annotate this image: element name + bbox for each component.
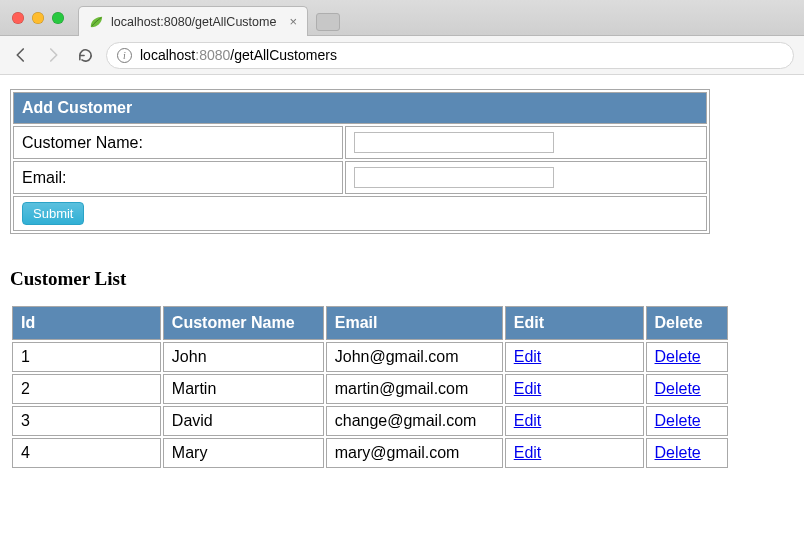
table-row: 2Martinmartin@gmail.comEditDelete [12, 374, 728, 404]
cell-email: change@gmail.com [326, 406, 503, 436]
window-zoom-button[interactable] [52, 12, 64, 24]
url-port: :8080 [195, 47, 230, 63]
url-path: /getAllCustomers [230, 47, 337, 63]
back-button[interactable] [10, 44, 32, 66]
url-text: localhost:8080/getAllCustomers [140, 47, 337, 63]
window-controls [12, 12, 64, 24]
edit-link[interactable]: Edit [514, 348, 542, 365]
toolbar: i localhost:8080/getAllCustomers [0, 36, 804, 74]
col-header-email: Email [326, 306, 503, 340]
form-row: Submit [13, 196, 707, 231]
reload-button[interactable] [74, 44, 96, 66]
col-header-delete: Delete [646, 306, 728, 340]
cell-edit: Edit [505, 406, 644, 436]
col-header-edit: Edit [505, 306, 644, 340]
cell-name: David [163, 406, 324, 436]
table-row: 3Davidchange@gmail.comEditDelete [12, 406, 728, 436]
cell-edit: Edit [505, 438, 644, 468]
cell-name: Martin [163, 374, 324, 404]
cell-email: mary@gmail.com [326, 438, 503, 468]
table-header-row: Id Customer Name Email Edit Delete [12, 306, 728, 340]
delete-link[interactable]: Delete [655, 444, 701, 461]
form-row: Customer Name: [13, 126, 707, 159]
delete-link[interactable]: Delete [655, 348, 701, 365]
col-header-name: Customer Name [163, 306, 324, 340]
customer-list-heading: Customer List [10, 268, 794, 290]
favicon-leaf-icon [89, 15, 103, 29]
cell-id: 4 [12, 438, 161, 468]
new-tab-button[interactable] [316, 13, 340, 31]
form-input-cell [345, 161, 707, 194]
arrow-right-icon [44, 46, 62, 64]
cell-name: Mary [163, 438, 324, 468]
url-host: localhost [140, 47, 195, 63]
email-input[interactable] [354, 167, 554, 188]
add-customer-form: Add Customer Customer Name: Email: Submi… [10, 89, 710, 234]
browser-chrome: localhost:8080/getAllCustome × i localho… [0, 0, 804, 75]
form-input-cell [345, 126, 707, 159]
cell-delete: Delete [646, 374, 728, 404]
window-close-button[interactable] [12, 12, 24, 24]
form-submit-cell: Submit [13, 196, 707, 231]
cell-edit: Edit [505, 342, 644, 372]
edit-link[interactable]: Edit [514, 412, 542, 429]
cell-name: John [163, 342, 324, 372]
tab-title: localhost:8080/getAllCustome [111, 15, 276, 29]
browser-tab[interactable]: localhost:8080/getAllCustome × [78, 6, 308, 36]
arrow-left-icon [12, 46, 30, 64]
table-row: 1JohnJohn@gmail.comEditDelete [12, 342, 728, 372]
edit-link[interactable]: Edit [514, 380, 542, 397]
cell-delete: Delete [646, 406, 728, 436]
col-header-id: Id [12, 306, 161, 340]
tab-strip: localhost:8080/getAllCustome × [0, 0, 804, 36]
cell-id: 3 [12, 406, 161, 436]
forward-button[interactable] [42, 44, 64, 66]
table-row: 4Marymary@gmail.comEditDelete [12, 438, 728, 468]
cell-email: martin@gmail.com [326, 374, 503, 404]
reload-icon [77, 47, 94, 64]
customer-name-input[interactable] [354, 132, 554, 153]
submit-button[interactable]: Submit [22, 202, 84, 225]
address-bar[interactable]: i localhost:8080/getAllCustomers [106, 42, 794, 69]
delete-link[interactable]: Delete [655, 380, 701, 397]
window-minimize-button[interactable] [32, 12, 44, 24]
form-row: Email: [13, 161, 707, 194]
cell-email: John@gmail.com [326, 342, 503, 372]
cell-edit: Edit [505, 374, 644, 404]
cell-id: 2 [12, 374, 161, 404]
edit-link[interactable]: Edit [514, 444, 542, 461]
customer-list-table: Id Customer Name Email Edit Delete 1John… [10, 304, 730, 470]
cell-delete: Delete [646, 342, 728, 372]
page-body: Add Customer Customer Name: Email: Submi… [0, 75, 804, 490]
tab-close-icon[interactable]: × [289, 15, 297, 28]
cell-id: 1 [12, 342, 161, 372]
form-header: Add Customer [13, 92, 707, 124]
form-label-customer-name: Customer Name: [13, 126, 343, 159]
site-info-icon[interactable]: i [117, 48, 132, 63]
delete-link[interactable]: Delete [655, 412, 701, 429]
form-label-email: Email: [13, 161, 343, 194]
cell-delete: Delete [646, 438, 728, 468]
